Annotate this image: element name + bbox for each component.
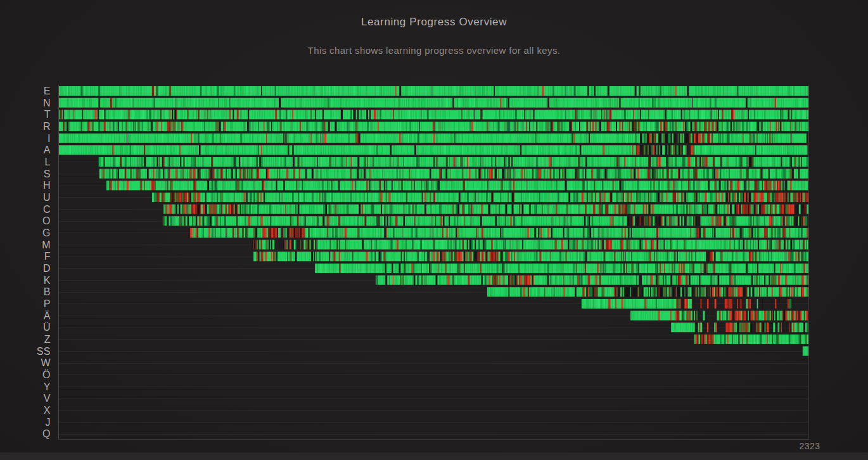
row-label: Ü <box>0 321 51 333</box>
page-subtitle: This chart shows learning progress overv… <box>0 45 868 56</box>
row-label: W <box>0 357 51 369</box>
page-title: Learning Progress Overview <box>0 16 868 29</box>
row-label: Ä <box>0 310 51 322</box>
row-label: G <box>0 227 51 239</box>
row-label: F <box>0 250 51 262</box>
row-label: A <box>0 144 51 156</box>
row-label: H <box>0 179 51 191</box>
row-label: R <box>0 120 51 132</box>
row-label: T <box>0 108 51 120</box>
row-label: Y <box>0 381 51 393</box>
row-label: D <box>0 262 51 274</box>
row-label: U <box>0 191 51 203</box>
row-label: Q <box>0 428 51 440</box>
row-label: O <box>0 215 51 227</box>
row-label: P <box>0 298 51 310</box>
row-label: B <box>0 286 51 298</box>
row-label: V <box>0 392 51 404</box>
chart-plot-area <box>58 85 809 440</box>
footer-strip <box>0 452 868 460</box>
row-label: Z <box>0 333 51 345</box>
row-label: M <box>0 239 51 251</box>
row-label: C <box>0 203 51 215</box>
row-label: J <box>0 416 51 428</box>
row-label: SS <box>0 345 51 357</box>
row-label: K <box>0 274 51 286</box>
row-label: Ö <box>0 369 51 381</box>
x-axis-max-tick-label: 2323 <box>795 441 825 451</box>
row-label: I <box>0 132 51 144</box>
row-label: S <box>0 168 51 180</box>
row-label: N <box>0 97 51 109</box>
progress-chart-canvas <box>58 85 809 440</box>
y-axis-key-labels: ENTRIALSHUCOGMFDKBPÄÜZSSWÖYVXJQ <box>0 85 54 440</box>
row-label: X <box>0 404 51 416</box>
row-label: L <box>0 156 51 168</box>
row-label: E <box>0 85 51 97</box>
